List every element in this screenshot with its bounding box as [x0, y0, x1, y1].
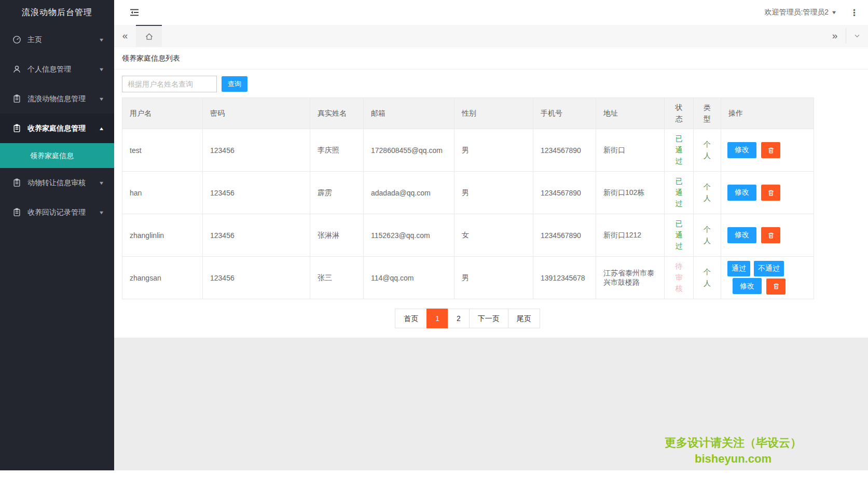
cell-status: 已通过 — [665, 129, 694, 172]
col-phone: 手机号 — [533, 98, 596, 129]
col-type: 类型 — [694, 98, 721, 129]
cell-address: 新街口 — [596, 129, 665, 172]
cell-email: 114@qq.com — [364, 257, 454, 299]
cell-type: 个人 — [694, 257, 721, 299]
sidebar-item-animal-transfer-review[interactable]: 动物转让信息审核 ▼ — [0, 168, 114, 198]
col-actions: 操作 — [721, 98, 814, 129]
sidebar-item-followup-records[interactable]: 收养回访记录管理 ▼ — [0, 198, 114, 227]
pagination-page-1[interactable]: 1 — [426, 309, 448, 328]
delete-button[interactable] — [761, 185, 780, 201]
content-panel: 领养家庭信息列表 查询 用户名 密码 — [114, 47, 868, 338]
bottom-strip — [114, 470, 868, 502]
cell-status: 已通过 — [665, 172, 694, 214]
clipboard-icon — [12, 94, 21, 103]
content-background: 更多设计请关注（毕设云） bisheyun.com — [114, 338, 868, 470]
chevron-down-icon: ▼ — [99, 180, 105, 186]
delete-button[interactable] — [761, 227, 780, 243]
cell-email: adadada@qq.com — [364, 172, 454, 214]
col-email: 邮箱 — [364, 98, 454, 129]
cell-phone: 13912345678 — [533, 257, 596, 299]
pagination-first[interactable]: 首页 — [395, 309, 427, 328]
sidebar-item-stray-animal-info[interactable]: 流浪动物信息管理 ▼ — [0, 84, 114, 114]
app-root: 流浪动物后台管理 主页 ▼ 个人信息管理 ▼ — [0, 0, 868, 502]
cell-username: zhangsan — [122, 257, 203, 299]
tab-options-icon[interactable] — [846, 25, 868, 47]
tabs-scroll-right-icon[interactable]: » — [824, 25, 846, 47]
cell-phone: 1234567890 — [533, 172, 596, 214]
cell-type: 个人 — [694, 214, 721, 257]
home-icon — [145, 32, 154, 41]
pagination-page-2[interactable]: 2 — [448, 309, 470, 328]
watermark-line1: 更多设计请关注（毕设云） — [665, 435, 802, 451]
pagination-next[interactable]: 下一页 — [469, 309, 508, 328]
cell-gender: 男 — [454, 257, 533, 299]
status-badge: 已通过 — [675, 218, 683, 252]
gauge-icon — [12, 35, 21, 44]
welcome-text: 欢迎管理员:管理员2 — [764, 8, 829, 17]
cell-email: 1728608455@qq.com — [364, 129, 454, 172]
watermark: 更多设计请关注（毕设云） bisheyun.com — [665, 435, 802, 467]
sidebar-item-label: 主页 — [27, 35, 99, 45]
cell-phone: 1234567890 — [533, 129, 596, 172]
kebab-menu-icon[interactable]: ⋮ — [846, 7, 863, 18]
col-gender: 性别 — [454, 98, 533, 129]
cell-password: 123456 — [203, 257, 310, 299]
sidebar-item-home[interactable]: 主页 ▼ — [0, 25, 114, 54]
status-badge: 已通过 — [675, 176, 683, 210]
modify-button[interactable]: 修改 — [727, 142, 756, 158]
chevron-down-icon: ▼ — [99, 96, 105, 102]
modify-button[interactable]: 修改 — [733, 278, 762, 294]
topbar: 欢迎管理员:管理员2 ▼ ⋮ — [114, 0, 868, 25]
trash-icon — [767, 189, 775, 197]
main-area: 欢迎管理员:管理员2 ▼ ⋮ « » 领养家庭信息列表 — [114, 0, 868, 502]
clipboard-icon — [12, 208, 21, 217]
page-title: 领养家庭信息列表 — [114, 47, 868, 69]
cell-address: 新街口1212 — [596, 214, 665, 257]
sidebar-nav: 主页 ▼ 个人信息管理 ▼ 流浪动物信息管理 ▼ — [0, 25, 114, 227]
type-badge: 个人 — [704, 224, 711, 246]
status-badge: 已通过 — [675, 133, 683, 167]
cell-actions: 修改 — [721, 172, 814, 214]
welcome-dropdown[interactable]: 欢迎管理员:管理员2 ▼ — [764, 8, 836, 17]
sidebar-subitem-adoption-family-info[interactable]: 领养家庭信息 — [0, 143, 114, 168]
cell-realname: 李庆照 — [310, 129, 364, 172]
delete-button[interactable] — [761, 142, 780, 158]
reject-button[interactable]: 不通过 — [754, 261, 784, 276]
sidebar-item-label: 收养家庭信息管理 — [27, 124, 99, 133]
modify-button[interactable]: 修改 — [727, 185, 756, 201]
chevron-up-icon: ▲ — [99, 126, 105, 131]
cell-actions: 修改 — [721, 214, 814, 257]
watermark-line2: bisheyun.com — [665, 451, 802, 467]
cell-gender: 女 — [454, 214, 533, 257]
col-username: 用户名 — [122, 98, 203, 129]
pagination: 首页12下一页尾页 — [122, 309, 814, 328]
cell-type: 个人 — [694, 129, 721, 172]
trash-icon — [767, 232, 775, 239]
search-input[interactable] — [122, 76, 217, 92]
approve-button[interactable]: 通过 — [727, 261, 750, 276]
cell-realname: 张淋淋 — [310, 214, 364, 257]
delete-button[interactable] — [766, 278, 786, 295]
type-badge: 个人 — [704, 267, 711, 289]
sidebar-subitem-label: 领养家庭信息 — [30, 151, 74, 160]
tab-home[interactable] — [136, 25, 162, 47]
sidebar-item-personal-info[interactable]: 个人信息管理 ▼ — [0, 54, 114, 84]
trash-icon — [767, 147, 775, 154]
search-button[interactable]: 查询 — [222, 76, 247, 92]
cell-email: 1152623@qq.com — [364, 214, 454, 257]
collapse-sidebar-icon[interactable] — [129, 7, 140, 18]
chevron-down-icon: ▼ — [99, 67, 105, 72]
sidebar-item-adoption-family-mgmt[interactable]: 收养家庭信息管理 ▲ — [0, 114, 114, 143]
table-row: test 123456 李庆照 1728608455@qq.com 男 1234… — [122, 129, 814, 172]
sidebar: 流浪动物后台管理 主页 ▼ 个人信息管理 ▼ — [0, 0, 114, 502]
cell-address: 新街口102栋 — [596, 172, 665, 214]
sidebar-item-label: 收养回访记录管理 — [27, 208, 99, 217]
cell-status: 已通过 — [665, 214, 694, 257]
cell-password: 123456 — [203, 214, 310, 257]
modify-button[interactable]: 修改 — [727, 227, 756, 243]
cell-type: 个人 — [694, 172, 721, 214]
cell-gender: 男 — [454, 172, 533, 214]
pagination-last[interactable]: 尾页 — [508, 309, 540, 328]
chevron-down-icon: ▼ — [99, 210, 105, 215]
tabs-scroll-left-icon[interactable]: « — [114, 25, 136, 47]
